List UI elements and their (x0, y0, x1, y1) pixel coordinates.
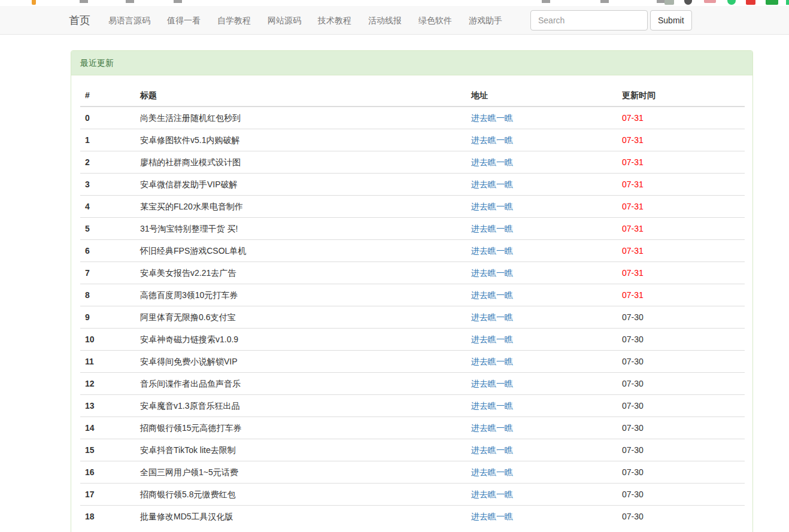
row-link-cell: 进去瞧一瞧 (466, 262, 617, 284)
row-visit-link[interactable]: 进去瞧一瞧 (471, 312, 513, 322)
row-visit-link[interactable]: 进去瞧一瞧 (471, 268, 513, 278)
row-visit-link[interactable]: 进去瞧一瞧 (471, 157, 513, 167)
nav-item-2[interactable]: 自学教程 (209, 6, 259, 35)
table-row: 11安卓得间免费小说解锁VIP进去瞧一瞧07-30 (80, 351, 745, 373)
search-input[interactable] (530, 10, 648, 31)
nav-item-3[interactable]: 网站源码 (259, 6, 309, 35)
nav-item-1[interactable]: 值得一看 (159, 6, 209, 35)
row-visit-link[interactable]: 进去瞧一瞧 (471, 202, 513, 211)
table-row: 7安卓美女报告v2.21去广告进去瞧一瞧07-31 (80, 262, 745, 284)
row-title: 31号淘宝特别整理干货 买! (135, 218, 466, 240)
extension-icon-dark-circle[interactable] (684, 0, 692, 5)
row-link-cell: 进去瞧一瞧 (466, 107, 617, 129)
row-date: 07-30 (617, 329, 745, 351)
column-header-title: 标题 (135, 84, 466, 107)
row-title: 安卓微信群发助手VIP破解 (135, 174, 466, 196)
row-title: 安卓得间免费小说解锁VIP (135, 351, 466, 373)
nav-item-0[interactable]: 易语言源码 (100, 6, 159, 35)
row-date: 07-31 (617, 196, 745, 218)
nav-links: 易语言源码值得一看自学教程网站源码技术教程活动线报绿色软件游戏助手 (100, 6, 511, 35)
table-row: 6怀旧经典FPS游戏CSOL单机进去瞧一瞧07-31 (80, 240, 745, 262)
column-header-link: 地址 (466, 84, 617, 107)
row-link-cell: 进去瞧一瞧 (466, 129, 617, 151)
panel-body: # 标题 地址 更新时间 0尚美生活注册随机红包秒到进去瞧一瞧07-311安卓修… (71, 75, 752, 532)
row-date: 07-31 (617, 107, 745, 129)
row-link-cell: 进去瞧一瞧 (466, 306, 617, 329)
bookmark-mark[interactable] (600, 0, 609, 3)
row-index: 1 (80, 129, 135, 151)
recent-updates-panel: 最近更新 # 标题 地址 更新时间 0尚美生活注册随机红包秒到进去瞧一瞧07-3… (71, 50, 753, 532)
row-visit-link[interactable]: 进去瞧一瞧 (471, 490, 513, 499)
row-visit-link[interactable]: 进去瞧一瞧 (471, 445, 513, 455)
search-form: Submit (530, 10, 692, 31)
row-link-cell: 进去瞧一瞧 (466, 417, 617, 439)
row-visit-link[interactable]: 进去瞧一瞧 (471, 423, 513, 433)
row-visit-link[interactable]: 进去瞧一瞧 (471, 401, 513, 411)
row-title: 高德百度周3领10元打车券 (135, 284, 466, 306)
row-visit-link[interactable]: 进去瞧一瞧 (471, 357, 513, 366)
row-index: 3 (80, 174, 135, 196)
row-title: 尚美生活注册随机红包秒到 (135, 107, 466, 129)
browser-chrome-strip (0, 0, 789, 6)
table-header-row: # 标题 地址 更新时间 (80, 84, 745, 107)
row-title: 安卓抖音TikTok lite去限制 (135, 439, 466, 461)
table-row: 12音乐间谍作者出品鱼声音乐进去瞧一瞧07-30 (80, 373, 745, 395)
row-link-cell: 进去瞧一瞧 (466, 174, 617, 196)
nav-brand-home[interactable]: 首页 (69, 6, 100, 35)
table-row: 15安卓抖音TikTok lite去限制进去瞧一瞧07-30 (80, 439, 745, 461)
row-index: 10 (80, 329, 135, 351)
row-visit-link[interactable]: 进去瞧一瞧 (471, 335, 513, 344)
row-visit-link[interactable]: 进去瞧一瞧 (471, 512, 513, 521)
row-date: 07-30 (617, 484, 745, 506)
row-index: 6 (80, 240, 135, 262)
row-visit-link[interactable]: 进去瞧一瞧 (471, 290, 513, 300)
row-date: 07-31 (617, 240, 745, 262)
row-date: 07-30 (617, 461, 745, 484)
table-row: 531号淘宝特别整理干货 买!进去瞧一瞧07-31 (80, 218, 745, 240)
row-visit-link[interactable]: 进去瞧一瞧 (471, 180, 513, 189)
row-date: 07-30 (617, 351, 745, 373)
row-index: 5 (80, 218, 135, 240)
nav-item-4[interactable]: 技术教程 (309, 6, 360, 35)
row-date: 07-30 (617, 306, 745, 329)
nav-item-7[interactable]: 游戏助手 (460, 6, 511, 35)
table-row: 9阿里体育无限撸0.6支付宝进去瞧一瞧07-30 (80, 306, 745, 329)
row-link-cell: 进去瞧一瞧 (466, 151, 617, 174)
extension-icon-green-square[interactable] (766, 0, 778, 5)
row-visit-link[interactable]: 进去瞧一瞧 (471, 379, 513, 388)
bookmark-mark[interactable] (126, 0, 134, 3)
recent-table-body: 0尚美生活注册随机红包秒到进去瞧一瞧07-311安卓修图软件v5.1内购破解进去… (80, 107, 745, 527)
extension-icon-green-circle[interactable] (727, 0, 736, 5)
row-visit-link[interactable]: 进去瞧一瞧 (471, 246, 513, 256)
row-visit-link[interactable]: 进去瞧一瞧 (471, 113, 513, 123)
row-index: 4 (80, 196, 135, 218)
row-index: 13 (80, 395, 135, 417)
extension-icon-camera[interactable] (664, 0, 674, 5)
row-visit-link[interactable]: 进去瞧一瞧 (471, 224, 513, 233)
row-date: 07-30 (617, 373, 745, 395)
nav-item-5[interactable]: 活动线报 (360, 6, 410, 35)
extension-icon-pink-dots[interactable] (704, 0, 716, 3)
row-index: 8 (80, 284, 135, 306)
bookmark-mark[interactable] (174, 0, 182, 3)
row-visit-link[interactable]: 进去瞧一瞧 (471, 135, 513, 145)
row-index: 14 (80, 417, 135, 439)
row-link-cell: 进去瞧一瞧 (466, 461, 617, 484)
row-index: 17 (80, 484, 135, 506)
nav-item-6[interactable]: 绿色软件 (410, 6, 460, 35)
bookmark-mark[interactable] (657, 0, 665, 3)
bookmark-mark[interactable] (80, 0, 88, 3)
bookmark-mark[interactable] (542, 0, 550, 3)
row-date: 07-31 (617, 284, 745, 306)
extension-icon-green-sliver[interactable] (786, 0, 789, 5)
extension-icon-red-square[interactable] (746, 0, 755, 5)
search-submit-button[interactable]: Submit (650, 10, 692, 31)
row-link-cell: 进去瞧一瞧 (466, 329, 617, 351)
row-title: 招商银行领15元高德打车券 (135, 417, 466, 439)
table-row: 16全国三网用户领1~5元话费进去瞧一瞧07-30 (80, 461, 745, 484)
row-index: 11 (80, 351, 135, 373)
row-link-cell: 进去瞧一瞧 (466, 439, 617, 461)
row-visit-link[interactable]: 进去瞧一瞧 (471, 467, 513, 477)
row-link-cell: 进去瞧一瞧 (466, 240, 617, 262)
row-title: 批量修改MD5工具汉化版 (135, 506, 466, 528)
